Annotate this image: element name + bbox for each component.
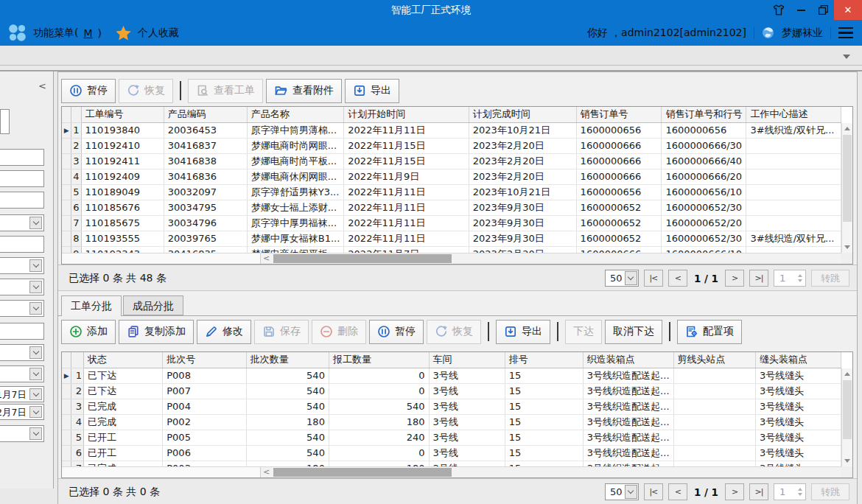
- table-cell[interactable]: P005: [163, 430, 247, 445]
- table-cell[interactable]: [746, 138, 841, 153]
- table-cell[interactable]: 30416836: [164, 169, 247, 184]
- hamburger-menu-button[interactable]: [838, 27, 853, 39]
- table-cell[interactable]: 1600000666/40: [662, 153, 746, 169]
- column-header[interactable]: 批次数量: [246, 352, 329, 368]
- table-cell[interactable]: 已下达: [84, 383, 163, 399]
- table-row[interactable]: 5已开工P0055402403号线153号线织造配送起...3号线缝头: [62, 430, 841, 445]
- table-cell[interactable]: 3号线织造配送起...: [583, 414, 673, 430]
- table-cell[interactable]: 3号线缝头: [755, 383, 841, 399]
- vertical-scrollbar[interactable]: [841, 123, 852, 253]
- edit-button[interactable]: 修改: [197, 320, 251, 344]
- first-page-button[interactable]: |<: [644, 483, 663, 500]
- table-cell[interactable]: 原字弹中厚男福袜...: [247, 215, 344, 231]
- table-row[interactable]: 2已下达P00754003号线153号线织造配送起...3号线缝头: [62, 383, 841, 399]
- column-header[interactable]: 工作中心描述: [746, 107, 841, 122]
- table-cell[interactable]: 3号线缝头: [755, 445, 841, 461]
- page-size-select[interactable]: 50: [605, 483, 639, 500]
- export-button[interactable]: 导出: [345, 79, 399, 103]
- table-cell[interactable]: 2023年9月30日: [469, 231, 576, 246]
- filter-select[interactable]: [0, 214, 44, 231]
- table-cell[interactable]: 1600000652/30: [662, 200, 746, 215]
- table-cell[interactable]: 3号线缝头: [755, 414, 841, 430]
- table-row[interactable]: 611018567630034795梦娜女士福上添财...2022年11月11日…: [62, 200, 841, 215]
- table-row[interactable]: 211019241030416837梦娜电商时尚网眼...2022年11月15日…: [62, 138, 841, 153]
- vertical-scrollbar[interactable]: [841, 368, 852, 466]
- table-cell[interactable]: [673, 445, 755, 461]
- table-cell[interactable]: 1600000656/10: [662, 184, 746, 200]
- table-cell[interactable]: 540: [246, 445, 329, 461]
- scroll-up-icon[interactable]: [844, 127, 850, 130]
- table-cell[interactable]: 15: [505, 383, 583, 399]
- table-cell[interactable]: [673, 383, 755, 399]
- table-cell[interactable]: 15: [505, 445, 583, 461]
- spin-down-icon[interactable]: [798, 493, 802, 496]
- table-cell[interactable]: 240: [329, 430, 429, 445]
- table-cell[interactable]: 30416837: [164, 138, 247, 153]
- view-attachments-button[interactable]: 查看附件: [266, 79, 342, 103]
- table-cell[interactable]: 1600000666: [576, 153, 662, 169]
- table-cell[interactable]: 1600000666: [576, 246, 662, 253]
- table-cell[interactable]: 梦娜电商休闲平板...: [247, 246, 344, 253]
- column-header[interactable]: 状态: [84, 352, 163, 368]
- table-cell[interactable]: P002: [163, 414, 247, 430]
- table-cell[interactable]: 1600000656: [576, 184, 662, 200]
- table-cell[interactable]: 15: [505, 430, 583, 445]
- page-jump-input[interactable]: 1: [774, 270, 806, 287]
- tab-work-order-batch[interactable]: 工单分批: [61, 295, 122, 316]
- table-cell[interactable]: 3号线: [429, 368, 505, 383]
- next-page-button[interactable]: >: [725, 483, 744, 500]
- table-cell[interactable]: P008: [163, 368, 247, 383]
- table-cell[interactable]: 15: [505, 461, 583, 466]
- table-cell[interactable]: 2022年11月11日: [344, 184, 469, 200]
- chevron-down-icon[interactable]: [29, 427, 42, 440]
- horizontal-scrollbar[interactable]: <: [62, 466, 841, 477]
- table-cell[interactable]: 2023年9月30日: [469, 215, 576, 231]
- table-cell[interactable]: 2022年11月11日: [344, 200, 469, 215]
- table-cell[interactable]: 已下达: [84, 368, 163, 383]
- table-row[interactable]: 511018904930032097原字弹舒适男袜Y3...2022年11月11…: [62, 184, 841, 200]
- table-cell[interactable]: 540: [246, 368, 329, 383]
- table-cell[interactable]: 3号线: [429, 461, 505, 466]
- table-cell[interactable]: P003: [163, 461, 247, 466]
- table-cell[interactable]: 110185675: [81, 215, 164, 231]
- scrollbar-thumb[interactable]: [843, 135, 852, 222]
- table-cell[interactable]: 540: [246, 430, 329, 445]
- table-cell[interactable]: 1600000666/20: [662, 169, 746, 184]
- save-button[interactable]: 保存: [254, 320, 309, 344]
- table-cell[interactable]: [746, 169, 841, 184]
- scrollbar-thumb[interactable]: [273, 254, 452, 263]
- table-cell[interactable]: 原字弹中筒男薄棉...: [247, 122, 344, 138]
- chevron-down-icon[interactable]: [29, 281, 42, 293]
- column-header[interactable]: 织造装箱点: [583, 352, 673, 368]
- table-row[interactable]: 4已完成P0021801803号线153号线织造配送起...3号线缝头: [62, 414, 841, 430]
- chevron-down-icon[interactable]: [29, 406, 42, 418]
- table-row[interactable]: 7已完成P0031801803号线153号线织造配送起...3号线缝头: [62, 461, 841, 466]
- page-size-select[interactable]: 50: [605, 270, 639, 287]
- chevron-down-icon[interactable]: [29, 388, 42, 400]
- table-cell[interactable]: [673, 368, 755, 383]
- restore-button[interactable]: [812, 0, 834, 20]
- table-cell[interactable]: 3号线缝头: [755, 430, 841, 445]
- table-cell[interactable]: 原字弹舒适男袜Y3...: [247, 184, 344, 200]
- spin-up-icon[interactable]: [798, 274, 802, 277]
- view-work-order-button[interactable]: 查看工单: [188, 79, 263, 103]
- table-cell[interactable]: 1600000656: [662, 122, 746, 138]
- chevron-down-icon[interactable]: [29, 302, 42, 315]
- table-cell[interactable]: 30034795: [164, 200, 247, 215]
- filter-field[interactable]: [0, 109, 10, 134]
- horizontal-scrollbar[interactable]: <: [62, 253, 841, 264]
- close-button[interactable]: ✕: [834, 0, 862, 20]
- table-cell[interactable]: 110192410: [81, 138, 164, 153]
- table-cell[interactable]: 已完成: [84, 414, 163, 430]
- column-header[interactable]: 销售订单号和行号: [662, 107, 746, 122]
- column-header[interactable]: 计划完成时间: [469, 107, 576, 122]
- spin-down-icon[interactable]: [798, 279, 802, 282]
- table-cell[interactable]: 梦娜女士福上添财...: [247, 200, 344, 215]
- table-cell[interactable]: 1600000652: [576, 200, 662, 215]
- collapse-sidebar-button[interactable]: <: [38, 80, 46, 91]
- table-cell[interactable]: 2023年2月20日: [469, 153, 576, 169]
- filter-select[interactable]: [0, 257, 44, 274]
- table-cell[interactable]: [746, 200, 841, 215]
- table-cell[interactable]: 1600000666/30: [662, 138, 746, 153]
- table-cell[interactable]: 15: [505, 414, 583, 430]
